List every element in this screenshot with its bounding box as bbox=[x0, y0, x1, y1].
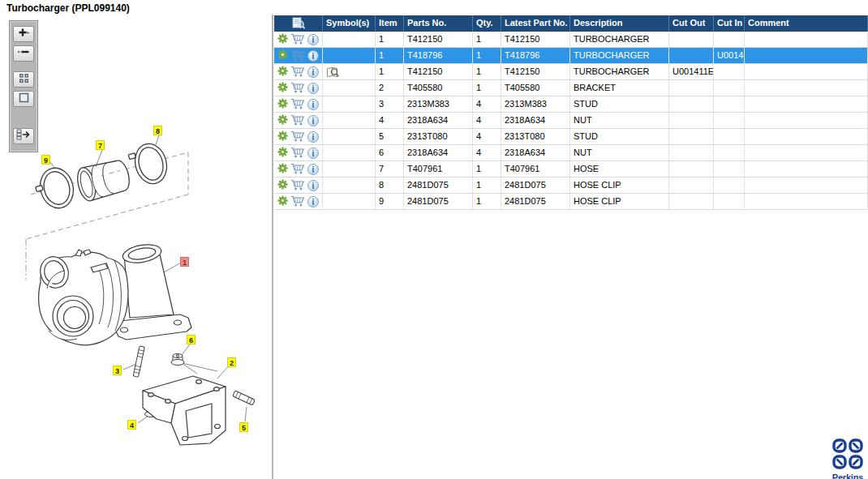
table-row[interactable]: i1T4121501T412150TURBOCHARGER bbox=[274, 32, 868, 48]
table-row[interactable]: i52313T08042313T080STUD bbox=[274, 129, 868, 145]
info-icon[interactable]: i bbox=[307, 99, 319, 110]
cell-cut-in bbox=[714, 80, 745, 96]
info-icon[interactable]: i bbox=[307, 34, 319, 45]
cell-description: NUT bbox=[570, 145, 669, 160]
part-callout-6[interactable]: 6 bbox=[187, 335, 196, 344]
gear-icon[interactable] bbox=[277, 49, 288, 62]
single-view-button[interactable] bbox=[13, 91, 34, 107]
cell-symbols bbox=[323, 96, 376, 112]
cart-icon[interactable] bbox=[290, 114, 305, 127]
perkins-logo-text: Perkins bbox=[829, 473, 866, 479]
cell-latest-part-no: 2481D075 bbox=[501, 177, 570, 193]
cell-symbols bbox=[323, 161, 376, 177]
cart-icon[interactable] bbox=[290, 66, 305, 79]
info-icon[interactable]: i bbox=[307, 164, 319, 175]
cell-symbols bbox=[323, 194, 376, 209]
part-callout-4[interactable]: 4 bbox=[127, 420, 136, 430]
gear-icon[interactable] bbox=[277, 66, 288, 78]
cell-comment bbox=[745, 194, 868, 209]
gear-icon[interactable] bbox=[277, 33, 288, 45]
table-row[interactable]: i42318A63442318A634NUT bbox=[274, 113, 868, 129]
cell-cut-out: U001411E bbox=[669, 64, 714, 79]
row-actions: i bbox=[274, 80, 323, 96]
cell-item: 5 bbox=[376, 129, 404, 144]
cell-comment bbox=[745, 145, 868, 160]
table-row[interactable]: i92481D07512481D075HOSE CLIP bbox=[274, 194, 868, 210]
cart-icon[interactable] bbox=[290, 179, 305, 192]
cell-symbols[interactable] bbox=[323, 64, 376, 79]
book-magnifier-icon[interactable] bbox=[326, 71, 340, 79]
column-header-symbols: Symbol(s) bbox=[323, 15, 376, 32]
cell-parts-no: 2313M383 bbox=[404, 96, 473, 112]
gear-icon[interactable] bbox=[277, 179, 288, 191]
cart-icon[interactable] bbox=[290, 147, 305, 160]
zoom-in-button[interactable] bbox=[13, 26, 34, 42]
info-icon[interactable]: i bbox=[307, 50, 319, 62]
info-icon[interactable]: i bbox=[307, 131, 319, 143]
column-header-qty: Qty. bbox=[473, 15, 501, 32]
gear-icon[interactable] bbox=[277, 98, 288, 110]
zoom-out-button[interactable] bbox=[13, 45, 34, 62]
info-icon[interactable]: i bbox=[307, 180, 319, 191]
gear-icon[interactable] bbox=[277, 147, 288, 159]
turbocharger-body bbox=[37, 242, 191, 344]
info-icon[interactable]: i bbox=[307, 83, 319, 94]
part-callout-2[interactable]: 2 bbox=[227, 357, 236, 367]
cell-description: HOSE CLIP bbox=[570, 177, 669, 193]
table-row[interactable]: i1T4121501T412150TURBOCHARGERU001411E bbox=[274, 64, 868, 80]
send-to-list-button[interactable] bbox=[13, 128, 34, 144]
part-callout-9[interactable]: 9 bbox=[41, 155, 50, 165]
cell-item: 2 bbox=[376, 80, 404, 96]
cell-description: HOSE CLIP bbox=[570, 194, 669, 209]
info-icon[interactable]: i bbox=[307, 66, 319, 78]
row-actions: i bbox=[274, 161, 323, 177]
table-row[interactable]: i32313M38342313M383STUD bbox=[274, 96, 868, 113]
cell-latest-part-no: 2318A634 bbox=[501, 113, 570, 128]
gear-icon[interactable] bbox=[277, 195, 288, 207]
table-row[interactable]: i7T4079611T407961HOSE bbox=[274, 161, 868, 177]
zoom-out-icon bbox=[17, 46, 31, 61]
cell-latest-part-no: 2481D075 bbox=[501, 194, 570, 209]
part-callout-5[interactable]: 5 bbox=[239, 422, 248, 432]
gear-icon[interactable] bbox=[277, 82, 288, 94]
info-icon[interactable]: i bbox=[307, 196, 319, 207]
part-callout-1[interactable]: 1 bbox=[180, 257, 189, 267]
part-callout-8[interactable]: 8 bbox=[153, 126, 162, 135]
cell-comment bbox=[745, 96, 868, 112]
gear-icon[interactable] bbox=[277, 163, 288, 175]
cell-item: 1 bbox=[376, 32, 404, 47]
cell-latest-part-no: T405580 bbox=[501, 80, 570, 96]
part-callout-7[interactable]: 7 bbox=[96, 140, 105, 150]
stud-5 bbox=[233, 391, 256, 405]
table-row[interactable]: i1T4187961T418796TURBOCHARGERU00144 bbox=[274, 48, 868, 64]
cell-qty: 1 bbox=[473, 64, 501, 79]
cart-icon[interactable] bbox=[290, 130, 305, 143]
cart-icon[interactable] bbox=[290, 163, 305, 176]
part-callout-3[interactable]: 3 bbox=[113, 366, 122, 375]
info-icon[interactable]: i bbox=[307, 148, 319, 159]
cell-description: TURBOCHARGER bbox=[570, 32, 669, 47]
cart-icon[interactable] bbox=[290, 98, 305, 111]
cart-icon[interactable] bbox=[290, 33, 305, 46]
cart-icon[interactable] bbox=[290, 82, 305, 95]
table-row[interactable]: i82481D07512481D075HOSE CLIP bbox=[274, 177, 868, 194]
gear-icon[interactable] bbox=[277, 114, 288, 126]
cart-icon[interactable] bbox=[290, 195, 305, 208]
table-row[interactable]: i2T4055801T405580BRACKET bbox=[274, 80, 868, 96]
cell-item: 1 bbox=[376, 48, 404, 63]
cell-qty: 4 bbox=[473, 129, 501, 144]
info-icon[interactable]: i bbox=[307, 115, 319, 126]
cart-icon[interactable] bbox=[290, 49, 305, 62]
table-row[interactable]: i62318A63442318A634NUT bbox=[274, 145, 868, 161]
bracket-2 bbox=[143, 376, 226, 445]
cell-comment bbox=[745, 80, 868, 96]
gear-icon[interactable] bbox=[277, 130, 288, 143]
parts-table-header: Symbol(s)ItemParts No.Qty.Latest Part No… bbox=[274, 15, 868, 32]
cell-comment bbox=[745, 32, 868, 47]
cell-comment bbox=[745, 48, 868, 63]
row-actions: i bbox=[274, 96, 323, 112]
single-view-icon bbox=[19, 92, 29, 106]
cell-qty: 1 bbox=[473, 48, 501, 63]
grid-view-button[interactable] bbox=[13, 71, 34, 88]
cell-latest-part-no: T407961 bbox=[501, 161, 570, 177]
